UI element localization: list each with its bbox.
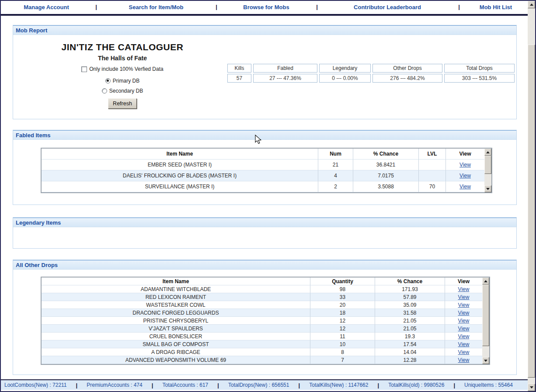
nav-search-item-mob[interactable]: Search for Item/Mob — [129, 4, 184, 10]
stats-value-kills: 57 — [227, 74, 251, 83]
fabled-item-view-cell: View — [446, 160, 484, 170]
nav-browse-for-mobs[interactable]: Browse for Mobs — [243, 4, 289, 10]
drop-item-view-cell: View — [445, 309, 482, 317]
stats-header-fabled: Fabled — [253, 64, 317, 73]
mob-info-column: JIN'TIZ THE CATALOGUER The Halls of Fate… — [26, 42, 219, 109]
other-col-chance: % Chance — [375, 278, 445, 285]
drop-item-chance: 12.28 — [375, 356, 445, 364]
drop-item-chance: 17.54 — [375, 340, 445, 348]
nav-manage-account[interactable]: Manage Account — [24, 4, 69, 10]
scroll-down-icon[interactable] — [482, 357, 489, 364]
scrollbar-thumb[interactable] — [528, 45, 535, 378]
stat-premiumaccounts: PremiumAccounts : 474 — [87, 382, 142, 388]
fabled-col-view: View — [446, 149, 484, 160]
stat-totalaccounts: TotalAccounts : 617 — [163, 382, 209, 388]
other-drops-table-scrollbar[interactable] — [482, 278, 489, 364]
nav-contributor-leaderboard[interactable]: Contributor Leaderboard — [354, 4, 421, 10]
stat-uniqueitems: UniqueItems : 55464 — [464, 382, 513, 388]
drop-item-qty: 11 — [310, 333, 375, 340]
verified-data-option: Only include 100% Verfied Data — [81, 66, 163, 72]
fabled-item-name: DAELIS' FROLICKING OF BLADES (MASTER I) — [42, 170, 318, 181]
kill-stats-table: Kills Fabled Legendary Other Drops Total… — [227, 64, 515, 83]
status-separator: | — [76, 382, 78, 389]
mob-report-section-title: Mob Report — [13, 25, 516, 35]
stats-header-kills: Kills — [227, 64, 251, 73]
drop-item-name: CRUEL BONESLICER — [42, 333, 310, 340]
view-link[interactable]: View — [458, 333, 470, 340]
drop-item-view-cell: View — [445, 301, 482, 309]
all-other-drops-section-title: All Other Drops — [13, 260, 516, 270]
view-link[interactable]: View — [458, 310, 470, 316]
fabled-item-lvl — [419, 170, 446, 181]
view-link[interactable]: View — [458, 349, 470, 355]
fabled-item-name: EMBER SEED (MASTER I) — [42, 160, 318, 170]
stat-totalkills-old: TotalKills(old) : 9980526 — [388, 382, 444, 388]
drop-item-name: RED LEXICON RAIMENT — [42, 293, 310, 301]
view-link[interactable]: View — [458, 326, 470, 332]
drop-item-name: DRACONIC FORGED LEGGUARDS — [42, 309, 310, 317]
view-link[interactable]: View — [458, 302, 470, 308]
fabled-items-table: Item Name Num % Chance LVL View EMBER SE… — [42, 149, 484, 192]
view-link[interactable]: View — [459, 173, 471, 179]
drop-item-qty: 12 — [310, 317, 375, 325]
verified-data-checkbox[interactable] — [81, 66, 87, 72]
view-link[interactable]: View — [459, 162, 471, 168]
nav-separator: | — [216, 3, 217, 10]
view-link[interactable]: View — [458, 286, 470, 292]
scroll-up-icon[interactable] — [482, 278, 489, 284]
drop-item-chance: 14.04 — [375, 348, 445, 356]
nav-mob-hit-list[interactable]: Mob Hit List — [480, 4, 512, 10]
fabled-col-num: Num — [318, 149, 353, 160]
fabled-item-num: 2 — [318, 181, 353, 192]
view-link[interactable]: View — [459, 184, 471, 190]
status-separator: | — [378, 382, 379, 389]
view-link[interactable]: View — [458, 294, 470, 300]
stat-lootcombos: LootCombos(New) : 72211 — [4, 382, 67, 388]
drop-item-qty: 12 — [310, 325, 375, 333]
drop-item-qty: 10 — [310, 340, 375, 348]
verified-data-label: Only include 100% Verfied Data — [89, 66, 163, 72]
primary-db-radio[interactable] — [105, 78, 111, 83]
stats-header-total-drops: Total Drops — [444, 64, 515, 73]
stats-value-total-drops: 303 --- 531.5% — [444, 74, 515, 83]
other-col-view: View — [445, 278, 482, 285]
drop-item-name: ADVANCED WEAPONSMITH VOLUME 69 — [42, 356, 310, 364]
drop-item-chance: 19.3 — [375, 333, 445, 340]
fabled-item-num: 4 — [318, 170, 353, 181]
legendary-items-section: Legendary Items — [13, 217, 517, 249]
fabled-col-chance: % Chance — [353, 149, 419, 160]
drop-item-qty: 20 — [310, 301, 375, 309]
scroll-down-icon[interactable] — [484, 185, 491, 192]
fabled-item-lvl: 70 — [419, 181, 446, 192]
scroll-down-icon[interactable] — [528, 384, 535, 391]
fabled-items-body: Item Name Num % Chance LVL View EMBER SE… — [13, 140, 516, 205]
fabled-item-chance: 3.5088 — [353, 181, 419, 192]
scroll-up-icon[interactable] — [528, 1, 535, 8]
drop-item-qty: 7 — [310, 356, 375, 364]
all-other-drops-section: All Other Drops Item Name Quantity % Cha… — [13, 260, 517, 375]
stats-header-legendary: Legendary — [319, 64, 371, 73]
drop-item-qty: 33 — [310, 293, 375, 301]
scroll-up-icon[interactable] — [484, 149, 491, 156]
page-scrollbar[interactable] — [528, 1, 535, 391]
fabled-item-chance: 36.8421 — [353, 160, 419, 170]
view-link[interactable]: View — [458, 318, 470, 324]
fabled-table-scrollbar[interactable] — [484, 149, 491, 192]
primary-db-option: Primary DB — [26, 78, 219, 84]
fabled-items-tablebox: Item Name Num % Chance LVL View EMBER SE… — [41, 148, 492, 193]
other-drops-tablebox: Item Name Quantity % Chance View ADAMANT… — [41, 277, 490, 365]
drop-item-view-cell: View — [445, 325, 482, 333]
secondary-db-option: Secondary DB — [26, 88, 219, 94]
fabled-col-item-name: Item Name — [42, 149, 318, 160]
secondary-db-radio[interactable] — [102, 88, 107, 94]
view-link[interactable]: View — [458, 341, 470, 347]
scrollbar-thumb[interactable] — [484, 156, 491, 174]
refresh-button[interactable]: Refresh — [108, 98, 137, 109]
fabled-item-name: SURVEILLANCE (MASTER I) — [42, 181, 318, 192]
fabled-item-view-cell: View — [446, 170, 484, 181]
status-separator: | — [299, 382, 300, 389]
view-link[interactable]: View — [458, 357, 470, 363]
scrollbar-thumb[interactable] — [482, 284, 489, 346]
stats-header-other-drops: Other Drops — [372, 64, 442, 73]
secondary-db-label: Secondary DB — [109, 88, 143, 94]
